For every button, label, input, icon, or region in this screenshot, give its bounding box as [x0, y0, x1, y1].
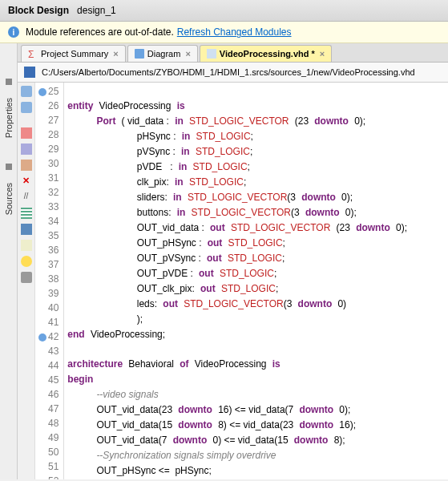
find-icon[interactable]	[21, 240, 32, 251]
line-numbers: 2526272829303132333435363738394041424344…	[35, 83, 64, 479]
save-icon[interactable]	[24, 67, 35, 78]
bulb-icon[interactable]	[21, 256, 32, 267]
delete-icon[interactable]: ✕	[21, 176, 32, 187]
info-icon: i	[8, 26, 19, 38]
properties-tab[interactable]: Properties	[2, 88, 16, 148]
settings-icon[interactable]	[21, 272, 32, 283]
editor-tabs: Σ Project Summary × Diagram × VideoProce…	[18, 43, 448, 63]
select-icon[interactable]	[21, 224, 32, 235]
tab-label: Project Summary	[41, 49, 108, 59]
tab-videoprocessing[interactable]: VideoProcessing.vhd * ×	[200, 45, 332, 62]
copy-icon[interactable]	[21, 143, 32, 155]
tab-diagram[interactable]: Diagram ×	[127, 45, 198, 62]
format-icon[interactable]	[21, 208, 32, 219]
refresh-link[interactable]: Refresh Changed Modules	[177, 26, 292, 38]
tab-project-summary[interactable]: Σ Project Summary ×	[21, 45, 126, 62]
vhdl-icon	[207, 49, 216, 59]
header-title: Block Design	[8, 5, 69, 16]
sources-tab[interactable]: Sources	[2, 173, 16, 224]
diagram-icon	[135, 49, 144, 59]
file-path: C:/Users/Alberto/Documents/ZYBO/HDMI_1/H…	[42, 67, 415, 77]
comment-icon[interactable]: //	[21, 192, 32, 203]
properties-icon[interactable]	[6, 79, 12, 85]
paste-icon[interactable]	[21, 160, 32, 171]
sidebar-vertical-tabs: Properties Sources	[0, 43, 18, 479]
sources-icon[interactable]	[6, 164, 12, 170]
editor-gutter: ✕ //	[18, 83, 35, 479]
notice-bar: i Module references are out-of-date. Ref…	[0, 22, 448, 43]
undo-icon[interactable]	[21, 86, 32, 97]
path-bar: C:/Users/Alberto/Documents/ZYBO/HDMI_1/H…	[18, 63, 448, 83]
close-icon[interactable]: ×	[113, 49, 118, 59]
cut-icon[interactable]	[21, 127, 32, 139]
redo-icon[interactable]	[21, 102, 32, 113]
close-icon[interactable]: ×	[185, 49, 190, 59]
block-design-header: Block Design design_1	[0, 0, 448, 22]
code-editor[interactable]: entity VideoProcessing is Port ( vid_dat…	[64, 83, 448, 479]
tab-label: Diagram	[147, 49, 181, 59]
tab-label: VideoProcessing.vhd *	[220, 49, 315, 59]
notice-text: Module references are out-of-date.	[26, 26, 174, 38]
sigma-icon: Σ	[28, 49, 38, 59]
close-icon[interactable]: ×	[320, 49, 325, 59]
header-subtitle: design_1	[77, 5, 116, 16]
